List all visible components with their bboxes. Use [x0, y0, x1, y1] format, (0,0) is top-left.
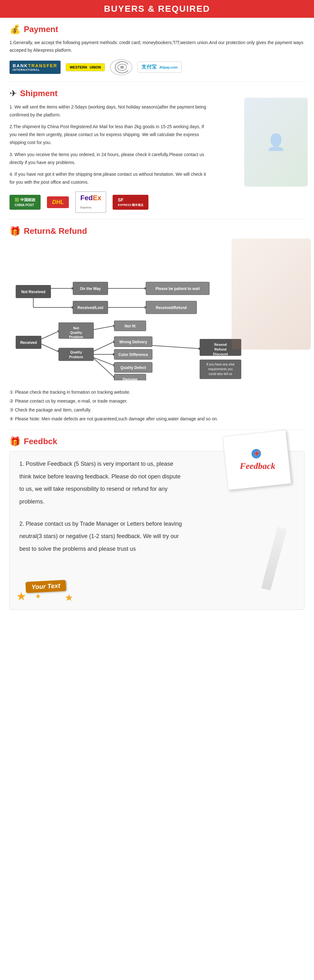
refund-icon: 🎁: [10, 226, 21, 236]
feedback-section-icon: 🎁: [10, 436, 21, 447]
line-qp-qd: [94, 358, 114, 366]
moneybookers-logo: [110, 59, 132, 75]
else-line2: requirements you: [208, 368, 233, 371]
on-the-way-label: On the Way: [80, 286, 101, 291]
quality-line2: Problem: [69, 355, 83, 359]
feedback-card: 📌 Feedback: [223, 430, 292, 490]
received-lost-label: Received/Lost: [78, 305, 103, 310]
shipment-icon: ✈: [10, 88, 17, 99]
line-nqp-nf: [94, 326, 114, 329]
line-rec-nqp: [41, 331, 59, 339]
feedback-text-1: 1. Positive Feedback (5 Stars) is very i…: [19, 458, 184, 508]
alipay-logo: 支付宝 Alipay.com: [137, 62, 182, 73]
note-1: ① Please check the tracking in formation…: [10, 388, 304, 396]
wrong-delivery-label: Wrong Delivery: [119, 340, 147, 344]
please-wait-label: Please be patient to wait: [155, 286, 200, 291]
shipment-point-2: 2.The shipment by China Post Registered …: [10, 123, 206, 147]
refund-title: Return& Refund: [24, 226, 87, 236]
refund-bg-img: [232, 239, 311, 350]
sf-logo: SF EXPRESS 顺丰速运: [113, 195, 148, 210]
payment-section: 💰 Payment 1.Generally, we accept the fol…: [0, 18, 314, 81]
payment-logos: BANKTRANSFER INTERNATIONAL WESTERN UNION…: [10, 59, 304, 75]
received-refund-label: Received/Refund: [156, 305, 187, 310]
refund-section: 🎁 Return& Refund Not Received On the Way…: [0, 220, 314, 430]
your-text-badge: ★ ★ ★ Your Text: [16, 578, 73, 603]
shipment-title: Shipment: [20, 89, 57, 99]
quality-line1: Quality: [70, 350, 82, 354]
quality-defect-label: Quality Defect: [121, 366, 146, 370]
refund-notes: ① Please check the tracking in formation…: [10, 388, 304, 423]
payment-title: Payment: [24, 24, 58, 34]
not-quality-line2: Quality: [70, 331, 82, 334]
bank-transfer-logo: BANKTRANSFER INTERNATIONAL: [10, 60, 60, 74]
received-label: Received: [20, 340, 37, 345]
line-qp-dm: [94, 358, 114, 377]
dhl-logo: DHL: [47, 196, 69, 208]
fedex-logo: FedEx Express: [75, 191, 106, 213]
damage-label: Damage: [123, 377, 138, 380]
shipment-point-4: 4. If you have not got it within the shi…: [10, 170, 206, 186]
line-rec-qp: [41, 344, 59, 352]
color-diff-label: Color Difference: [118, 352, 148, 357]
page-title: BUYERS & REQUIRED: [0, 4, 314, 14]
svg-point-2: [120, 66, 124, 69]
discount-label: Discount: [213, 352, 228, 356]
note-3: ③ Check the package and Item, carefully.: [10, 406, 304, 414]
shipment-point-1: 1. We will sent the items within 2-5days…: [10, 103, 206, 119]
western-union-logo: WESTERN UNION: [66, 63, 105, 72]
refund-label: Refund: [214, 347, 227, 351]
feedback-outer: 🎁 Feedbck 📌 Feedback 1. Positive Feedbac…: [0, 430, 314, 616]
note-2: ② Please contact us by meesage, e-mail, …: [10, 396, 304, 406]
not-fit-label: Not fit: [125, 324, 136, 328]
page-header: BUYERS & REQUIRED: [0, 0, 314, 18]
not-quality-line3: Problem: [69, 335, 83, 339]
line-qp-wd: [94, 342, 114, 351]
chinapost-logo: 🟩 中国邮政CHINA POST: [10, 195, 41, 210]
shipping-logos: 🟩 中国邮政CHINA POST DHL FedEx Express SF EX…: [10, 191, 304, 213]
note-4: ④ Please Note: Men made defects are not …: [10, 414, 304, 423]
shipment-point-3: 3. When you receive the items you ordere…: [10, 151, 206, 167]
moneybookers-icon: [114, 61, 128, 73]
bank-intl-label: INTERNATIONAL: [13, 68, 57, 72]
star-right: ★: [65, 592, 73, 603]
star-mid: ★: [35, 592, 41, 600]
shipment-section: 👤 ✈ Shipment 1. We will sent the items w…: [0, 82, 314, 220]
shipment-person-img: 👤: [244, 98, 308, 186]
quality-box: [59, 348, 94, 361]
line-sub-rrd: [152, 345, 200, 348]
not-received-label: Not Received: [21, 290, 45, 294]
not-quality-line1: Not: [73, 326, 79, 330]
star-left: ★: [16, 590, 26, 603]
else-line3: could also tell us: [209, 372, 232, 375]
payment-text: 1.Generally, we accept the following pay…: [10, 39, 304, 54]
feedback-text-2: 2. Please contact us by Trade Manager or…: [19, 518, 184, 555]
feedback-title: Feedbck: [24, 436, 57, 446]
payment-icon: 💰: [10, 24, 21, 35]
resend-label: Resend: [214, 343, 227, 347]
pencil-decoration: [261, 527, 287, 591]
else-line1: If you have any else: [206, 363, 235, 366]
your-text-label: Your Text: [25, 580, 66, 593]
feedback-card-label: Feedback: [240, 461, 275, 471]
